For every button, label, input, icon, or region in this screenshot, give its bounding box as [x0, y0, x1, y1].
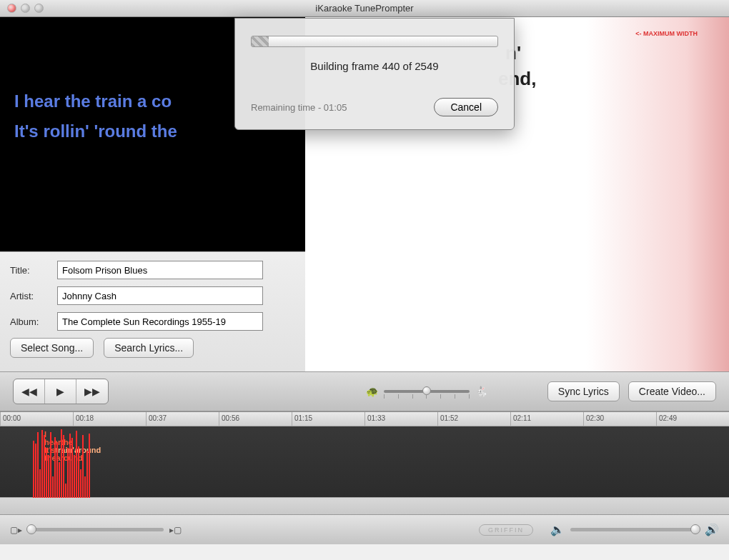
- title-field[interactable]: [57, 261, 263, 279]
- waveform-bar: [71, 438, 73, 498]
- create-video-button[interactable]: Create Video...: [628, 381, 716, 401]
- timeline-scrollbar[interactable]: [0, 497, 729, 514]
- volume-slider[interactable]: [570, 528, 699, 531]
- tick: 00:56: [219, 412, 292, 426]
- tick: 02:11: [510, 412, 583, 426]
- progress-message: Building frame 440 of 2549: [251, 60, 498, 72]
- waveform-bar: [41, 430, 43, 498]
- waveform-bar: [48, 455, 49, 498]
- album-label: Album:: [10, 316, 57, 327]
- waveform-bar: [67, 448, 69, 498]
- waveform-bar: [61, 429, 62, 498]
- waveform-bar: [44, 435, 45, 498]
- waveform-bar: [56, 442, 58, 498]
- artist-field[interactable]: [57, 286, 263, 305]
- progress-dialog: Building frame 440 of 2549 Remaining tim…: [234, 18, 515, 130]
- tick: 02:30: [583, 412, 656, 426]
- cancel-button[interactable]: Cancel: [434, 98, 498, 116]
- trim-start-group: ▢▸ ▸▢: [10, 525, 182, 535]
- waveform-bar: [52, 476, 54, 498]
- rewind-button[interactable]: ◀◀: [14, 379, 45, 404]
- waveform-bar: [50, 432, 51, 498]
- tortoise-icon: 🐢: [366, 386, 378, 397]
- waveform-bar: [65, 484, 66, 498]
- select-song-button[interactable]: Select Song...: [10, 338, 94, 358]
- volume-low-icon: 🔈: [550, 523, 565, 536]
- waveform-bar: [82, 435, 84, 498]
- waveform-bar: [80, 469, 81, 498]
- waveform: IheartheIt'strain'aroundthearound: [0, 426, 729, 498]
- progress-fill: [252, 36, 269, 46]
- search-lyrics-button[interactable]: Search Lyrics...: [104, 338, 194, 358]
- title-label: Title:: [10, 265, 57, 276]
- play-button[interactable]: ▶: [45, 379, 76, 404]
- hare-icon: 🐇: [475, 386, 487, 397]
- trim-in-icon: ▢▸: [10, 525, 22, 535]
- zoom-slider[interactable]: [384, 390, 470, 393]
- trim-start-thumb[interactable]: [26, 524, 36, 534]
- window-title: iKaraoke TunePrompter: [0, 3, 729, 14]
- song-metadata-panel: Title: Artist: Album: Select Song... Sea…: [0, 251, 305, 371]
- waveform-bar: [46, 448, 47, 498]
- volume-group: 🔈 🔊: [550, 523, 719, 536]
- tick: 00:18: [73, 412, 146, 426]
- griffin-badge: GRIFFIN: [479, 524, 533, 536]
- tick: 01:33: [364, 412, 437, 426]
- transport-controls: ◀◀ ▶ ▶▶ 🐢 🐇 Sync Lyrics Create Video...: [0, 371, 729, 411]
- progress-bar: [251, 36, 498, 47]
- titlebar: iKaraoke TunePrompter: [0, 0, 729, 17]
- tick: 02:49: [656, 412, 729, 426]
- sync-lyrics-button[interactable]: Sync Lyrics: [547, 381, 620, 401]
- max-width-label: <- MAXIMUM WIDTH: [635, 30, 698, 37]
- timeline[interactable]: 00:00 00:18 00:37 00:56 01:15 01:33 01:5…: [0, 411, 729, 497]
- waveform-bar: [74, 455, 75, 498]
- waveform-bar: [84, 476, 86, 498]
- tick: 01:15: [292, 412, 364, 426]
- tick: 00:37: [146, 412, 219, 426]
- trim-start-slider[interactable]: [28, 528, 164, 531]
- bottom-bar: ▢▸ ▸▢ GRIFFIN 🔈 🔊: [0, 514, 729, 544]
- album-field[interactable]: [57, 312, 263, 331]
- tick: 00:00: [0, 412, 73, 426]
- time-ruler: 00:00 00:18 00:37 00:56 01:15 01:33 01:5…: [0, 412, 729, 426]
- waveform-bar: [35, 444, 36, 498]
- waveform-bar: [78, 446, 79, 498]
- waveform-bar: [63, 435, 64, 498]
- waveform-bar: [37, 432, 39, 498]
- waveform-bar: [76, 431, 77, 498]
- zoom-slider-group: 🐢 🐇: [366, 386, 487, 397]
- waveform-bar: [69, 434, 71, 498]
- waveform-bar: [33, 441, 34, 498]
- waveform-bar: [59, 462, 60, 498]
- volume-high-icon: 🔊: [705, 523, 719, 536]
- waveform-bar: [39, 469, 41, 498]
- volume-thumb[interactable]: [690, 524, 700, 534]
- playback-group: ◀◀ ▶ ▶▶: [13, 379, 109, 404]
- artist-label: Artist:: [10, 291, 57, 301]
- waveform-bar: [86, 451, 88, 498]
- tick: 01:52: [437, 412, 510, 426]
- trim-out-icon: ▸▢: [169, 525, 182, 535]
- waveform-bar: [89, 434, 90, 498]
- max-width-indicator: [586, 17, 729, 371]
- remaining-time-label: Remaining time - 01:05: [251, 102, 347, 113]
- fast-forward-button[interactable]: ▶▶: [76, 379, 108, 404]
- waveform-bar: [54, 437, 56, 498]
